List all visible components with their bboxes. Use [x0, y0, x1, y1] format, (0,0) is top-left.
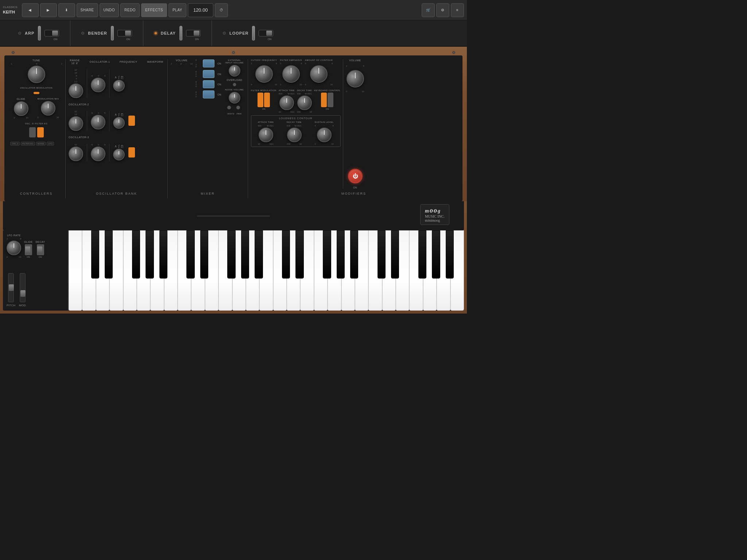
- ch1-fader[interactable]: [203, 59, 214, 67]
- ch3-fader[interactable]: [203, 80, 214, 88]
- tune-knob[interactable]: [28, 66, 45, 83]
- redo-button[interactable]: REDO: [120, 3, 140, 17]
- osc2-wave-knob[interactable]: [113, 117, 125, 129]
- osc2-freq-knob[interactable]: [91, 115, 105, 129]
- looper-slider[interactable]: [252, 26, 255, 40]
- pitch-slider[interactable]: [8, 273, 14, 302]
- osc2-range-knob[interactable]: [69, 116, 83, 131]
- lc-attack-label: ATTACK TIME: [258, 121, 274, 124]
- ch3-on: ON: [217, 83, 221, 86]
- power-button[interactable]: ⏻: [348, 169, 363, 183]
- piano-keys[interactable]: [69, 230, 464, 311]
- menu-button[interactable]: ≡: [451, 3, 464, 17]
- osc3-switch-1[interactable]: [29, 127, 36, 137]
- settings-button[interactable]: ⚙: [436, 3, 449, 17]
- glide-label: GLIDE: [17, 98, 26, 101]
- delay-toggle[interactable]: ON: [186, 30, 201, 36]
- filter-attack-knob[interactable]: [279, 96, 294, 110]
- osc-bank-section: RANGE16' 8' OSCILLATOR-1 FREQUENCY WAVEF…: [66, 59, 168, 198]
- black-key[interactable]: [418, 230, 426, 279]
- osc1-freq-knob[interactable]: [91, 78, 105, 92]
- noise-btn[interactable]: NOISE: [36, 142, 46, 145]
- osc1-wave-knob[interactable]: [113, 80, 125, 92]
- kb-switch1[interactable]: [321, 93, 327, 107]
- osc-mod-switch[interactable]: [34, 92, 39, 94]
- black-key[interactable]: [255, 230, 263, 279]
- ext-vol-knob[interactable]: [229, 65, 240, 77]
- black-key[interactable]: [132, 230, 140, 279]
- black-key[interactable]: [337, 230, 345, 279]
- osc3-range-knob[interactable]: [69, 147, 83, 161]
- black-key[interactable]: [391, 230, 399, 279]
- black-key[interactable]: [91, 230, 99, 279]
- preset-name: KEITH: [3, 9, 18, 15]
- lfo-btn[interactable]: LFO: [47, 142, 54, 145]
- white-key[interactable]: [69, 230, 82, 311]
- main-vol-knob[interactable]: [347, 70, 364, 88]
- black-key[interactable]: [282, 230, 290, 279]
- save-button[interactable]: ⬇: [58, 3, 75, 17]
- lc-sustain-knob[interactable]: [317, 128, 332, 142]
- black-key[interactable]: [105, 230, 113, 279]
- scroll-bar[interactable]: [197, 215, 270, 217]
- ch4-fader[interactable]: [203, 90, 214, 98]
- glide-toggle[interactable]: [25, 244, 32, 255]
- delay-slider[interactable]: [179, 26, 182, 40]
- osc3-switch[interactable]: [128, 147, 135, 158]
- glide-knob[interactable]: [14, 101, 28, 116]
- next-button[interactable]: ▶: [40, 3, 57, 17]
- effects-button[interactable]: EFFECTS: [141, 3, 167, 17]
- tempo-sync-button[interactable]: ⏱: [215, 3, 228, 17]
- share-button[interactable]: SHARE: [77, 3, 98, 17]
- black-key[interactable]: [350, 230, 358, 279]
- osc3-btn[interactable]: OSC.3: [10, 142, 20, 145]
- osc2-switch[interactable]: [128, 116, 135, 126]
- lfo-rate-knob[interactable]: [7, 241, 21, 255]
- black-key[interactable]: [446, 230, 454, 279]
- mod-slider-group: MOD.: [19, 273, 27, 307]
- amount-knob[interactable]: [310, 65, 328, 83]
- black-key[interactable]: [227, 230, 235, 279]
- mod-mix-knob[interactable]: [41, 101, 55, 116]
- black-key[interactable]: [378, 230, 386, 279]
- black-key[interactable]: [323, 230, 331, 279]
- noise-knob[interactable]: [229, 92, 240, 104]
- undo-button[interactable]: UNDO: [100, 3, 119, 17]
- decay-toggle[interactable]: [37, 244, 44, 255]
- bender-toggle[interactable]: ON: [117, 30, 132, 36]
- osc1-range-knob[interactable]: [69, 83, 83, 98]
- tune-label: TUNE: [32, 59, 40, 62]
- osc3-freq-knob[interactable]: [91, 147, 105, 161]
- kb-switch2[interactable]: [328, 93, 333, 107]
- prev-button[interactable]: ◀: [22, 3, 39, 17]
- looper-toggle[interactable]: ON: [259, 30, 273, 36]
- mod-slider[interactable]: [20, 273, 26, 302]
- black-key[interactable]: [241, 230, 249, 279]
- tempo-display[interactable]: 120.00: [188, 3, 213, 17]
- black-key[interactable]: [200, 230, 208, 279]
- filter-mod-switch2[interactable]: [264, 93, 270, 107]
- filter-eg-btn[interactable]: FILTER EG: [21, 142, 35, 145]
- filter-decay-knob[interactable]: [297, 96, 312, 110]
- osc3-wave-knob[interactable]: [113, 149, 125, 160]
- black-key[interactable]: [295, 230, 303, 279]
- filter-mod-switch1[interactable]: [258, 93, 263, 107]
- lc-decay-knob[interactable]: [287, 128, 302, 142]
- osc2-wave: ∧∫∏: [113, 113, 125, 129]
- emphasis-knob[interactable]: [282, 65, 300, 83]
- black-key[interactable]: [159, 230, 167, 279]
- black-key[interactable]: [186, 230, 194, 279]
- black-key[interactable]: [146, 230, 154, 279]
- bender-slider[interactable]: [111, 26, 114, 40]
- osc3-switch-2[interactable]: [37, 127, 44, 137]
- cart-button[interactable]: 🛒: [422, 3, 435, 17]
- ch2-fader[interactable]: [203, 70, 214, 78]
- delay-led: [154, 32, 157, 35]
- lc-attack-knob[interactable]: [259, 128, 273, 142]
- arp-slider[interactable]: [38, 26, 41, 40]
- black-key[interactable]: [432, 230, 440, 279]
- arp-toggle[interactable]: ON: [44, 30, 59, 36]
- play-button[interactable]: PLAY: [169, 3, 186, 17]
- cutoff-knob[interactable]: [255, 65, 273, 83]
- power-on-label: ON: [353, 186, 357, 189]
